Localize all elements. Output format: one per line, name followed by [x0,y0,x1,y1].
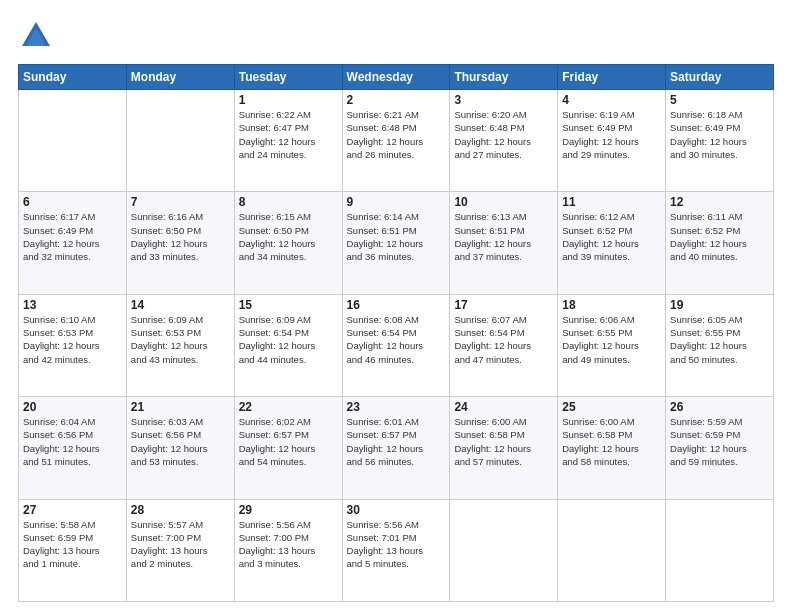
calendar-cell [450,499,558,601]
day-number: 8 [239,195,338,209]
calendar-week-2: 6Sunrise: 6:17 AM Sunset: 6:49 PM Daylig… [19,192,774,294]
day-info: Sunrise: 6:19 AM Sunset: 6:49 PM Dayligh… [562,108,661,161]
day-info: Sunrise: 6:02 AM Sunset: 6:57 PM Dayligh… [239,415,338,468]
calendar-cell: 7Sunrise: 6:16 AM Sunset: 6:50 PM Daylig… [126,192,234,294]
day-number: 3 [454,93,553,107]
day-info: Sunrise: 5:59 AM Sunset: 6:59 PM Dayligh… [670,415,769,468]
calendar-cell: 27Sunrise: 5:58 AM Sunset: 6:59 PM Dayli… [19,499,127,601]
day-number: 1 [239,93,338,107]
calendar-cell: 5Sunrise: 6:18 AM Sunset: 6:49 PM Daylig… [666,90,774,192]
calendar-header-row: SundayMondayTuesdayWednesdayThursdayFrid… [19,65,774,90]
day-number: 22 [239,400,338,414]
day-number: 21 [131,400,230,414]
calendar-cell: 24Sunrise: 6:00 AM Sunset: 6:58 PM Dayli… [450,397,558,499]
calendar-cell: 2Sunrise: 6:21 AM Sunset: 6:48 PM Daylig… [342,90,450,192]
day-number: 28 [131,503,230,517]
day-number: 5 [670,93,769,107]
calendar-week-4: 20Sunrise: 6:04 AM Sunset: 6:56 PM Dayli… [19,397,774,499]
calendar-week-3: 13Sunrise: 6:10 AM Sunset: 6:53 PM Dayli… [19,294,774,396]
day-number: 16 [347,298,446,312]
day-info: Sunrise: 5:56 AM Sunset: 7:00 PM Dayligh… [239,518,338,571]
day-header-wednesday: Wednesday [342,65,450,90]
day-number: 9 [347,195,446,209]
calendar-cell: 4Sunrise: 6:19 AM Sunset: 6:49 PM Daylig… [558,90,666,192]
day-number: 7 [131,195,230,209]
day-info: Sunrise: 6:20 AM Sunset: 6:48 PM Dayligh… [454,108,553,161]
day-number: 29 [239,503,338,517]
calendar-cell: 19Sunrise: 6:05 AM Sunset: 6:55 PM Dayli… [666,294,774,396]
calendar-cell [126,90,234,192]
day-number: 4 [562,93,661,107]
calendar-cell: 15Sunrise: 6:09 AM Sunset: 6:54 PM Dayli… [234,294,342,396]
calendar-cell: 26Sunrise: 5:59 AM Sunset: 6:59 PM Dayli… [666,397,774,499]
logo-icon [18,18,54,54]
page: SundayMondayTuesdayWednesdayThursdayFrid… [0,0,792,612]
day-info: Sunrise: 6:05 AM Sunset: 6:55 PM Dayligh… [670,313,769,366]
calendar-cell: 23Sunrise: 6:01 AM Sunset: 6:57 PM Dayli… [342,397,450,499]
calendar-cell: 16Sunrise: 6:08 AM Sunset: 6:54 PM Dayli… [342,294,450,396]
day-number: 11 [562,195,661,209]
day-info: Sunrise: 6:09 AM Sunset: 6:54 PM Dayligh… [239,313,338,366]
calendar-cell: 22Sunrise: 6:02 AM Sunset: 6:57 PM Dayli… [234,397,342,499]
calendar-cell: 21Sunrise: 6:03 AM Sunset: 6:56 PM Dayli… [126,397,234,499]
day-number: 18 [562,298,661,312]
day-number: 15 [239,298,338,312]
calendar-cell: 11Sunrise: 6:12 AM Sunset: 6:52 PM Dayli… [558,192,666,294]
day-info: Sunrise: 6:14 AM Sunset: 6:51 PM Dayligh… [347,210,446,263]
day-info: Sunrise: 6:18 AM Sunset: 6:49 PM Dayligh… [670,108,769,161]
day-info: Sunrise: 6:21 AM Sunset: 6:48 PM Dayligh… [347,108,446,161]
day-number: 13 [23,298,122,312]
day-number: 30 [347,503,446,517]
calendar-cell: 10Sunrise: 6:13 AM Sunset: 6:51 PM Dayli… [450,192,558,294]
day-header-sunday: Sunday [19,65,127,90]
day-number: 19 [670,298,769,312]
day-info: Sunrise: 6:12 AM Sunset: 6:52 PM Dayligh… [562,210,661,263]
calendar-week-5: 27Sunrise: 5:58 AM Sunset: 6:59 PM Dayli… [19,499,774,601]
day-info: Sunrise: 6:17 AM Sunset: 6:49 PM Dayligh… [23,210,122,263]
day-info: Sunrise: 6:09 AM Sunset: 6:53 PM Dayligh… [131,313,230,366]
day-info: Sunrise: 6:03 AM Sunset: 6:56 PM Dayligh… [131,415,230,468]
calendar-cell [19,90,127,192]
calendar-cell: 3Sunrise: 6:20 AM Sunset: 6:48 PM Daylig… [450,90,558,192]
day-number: 10 [454,195,553,209]
calendar-cell: 6Sunrise: 6:17 AM Sunset: 6:49 PM Daylig… [19,192,127,294]
header [18,18,774,54]
day-info: Sunrise: 6:00 AM Sunset: 6:58 PM Dayligh… [454,415,553,468]
day-info: Sunrise: 6:11 AM Sunset: 6:52 PM Dayligh… [670,210,769,263]
day-number: 23 [347,400,446,414]
day-number: 17 [454,298,553,312]
calendar-cell: 1Sunrise: 6:22 AM Sunset: 6:47 PM Daylig… [234,90,342,192]
calendar-cell: 28Sunrise: 5:57 AM Sunset: 7:00 PM Dayli… [126,499,234,601]
day-number: 14 [131,298,230,312]
calendar-week-1: 1Sunrise: 6:22 AM Sunset: 6:47 PM Daylig… [19,90,774,192]
day-number: 2 [347,93,446,107]
calendar-cell: 29Sunrise: 5:56 AM Sunset: 7:00 PM Dayli… [234,499,342,601]
calendar-cell: 18Sunrise: 6:06 AM Sunset: 6:55 PM Dayli… [558,294,666,396]
calendar-table: SundayMondayTuesdayWednesdayThursdayFrid… [18,64,774,602]
day-info: Sunrise: 6:00 AM Sunset: 6:58 PM Dayligh… [562,415,661,468]
calendar-cell: 8Sunrise: 6:15 AM Sunset: 6:50 PM Daylig… [234,192,342,294]
day-number: 26 [670,400,769,414]
day-header-friday: Friday [558,65,666,90]
calendar-cell: 12Sunrise: 6:11 AM Sunset: 6:52 PM Dayli… [666,192,774,294]
calendar-cell [666,499,774,601]
calendar-cell: 13Sunrise: 6:10 AM Sunset: 6:53 PM Dayli… [19,294,127,396]
day-info: Sunrise: 6:08 AM Sunset: 6:54 PM Dayligh… [347,313,446,366]
day-header-thursday: Thursday [450,65,558,90]
day-header-monday: Monday [126,65,234,90]
logo [18,18,60,54]
day-number: 24 [454,400,553,414]
day-number: 20 [23,400,122,414]
day-number: 12 [670,195,769,209]
day-info: Sunrise: 6:15 AM Sunset: 6:50 PM Dayligh… [239,210,338,263]
day-header-tuesday: Tuesday [234,65,342,90]
day-info: Sunrise: 6:06 AM Sunset: 6:55 PM Dayligh… [562,313,661,366]
calendar-cell: 20Sunrise: 6:04 AM Sunset: 6:56 PM Dayli… [19,397,127,499]
day-info: Sunrise: 6:10 AM Sunset: 6:53 PM Dayligh… [23,313,122,366]
day-number: 25 [562,400,661,414]
calendar-cell [558,499,666,601]
day-info: Sunrise: 5:56 AM Sunset: 7:01 PM Dayligh… [347,518,446,571]
day-info: Sunrise: 6:22 AM Sunset: 6:47 PM Dayligh… [239,108,338,161]
calendar-cell: 17Sunrise: 6:07 AM Sunset: 6:54 PM Dayli… [450,294,558,396]
day-info: Sunrise: 6:01 AM Sunset: 6:57 PM Dayligh… [347,415,446,468]
